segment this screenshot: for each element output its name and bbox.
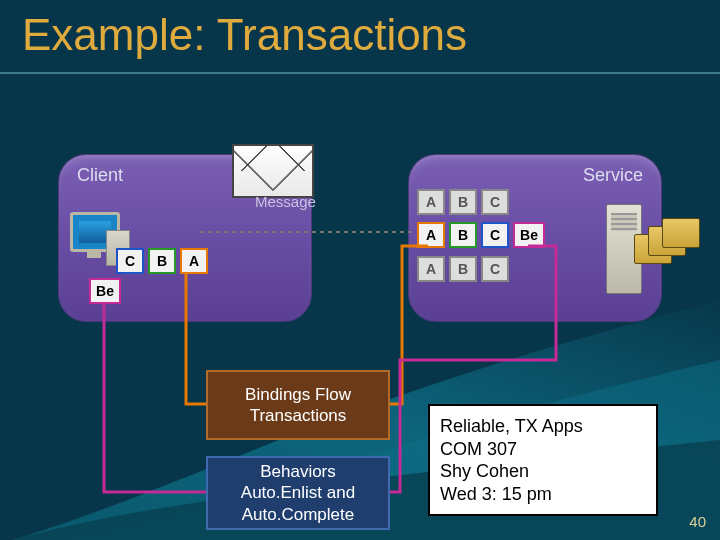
title-rule <box>0 72 720 74</box>
client-computer-icon <box>70 212 118 258</box>
behaviors-box: Behaviors Auto.Enlist and Auto.Complete <box>206 456 390 530</box>
service-label: Service <box>583 165 643 186</box>
message-label: Message <box>255 193 316 210</box>
slide: Example: Transactions Client Service Mes… <box>0 0 720 540</box>
behaviors-text: Behaviors Auto.Enlist and Auto.Complete <box>241 461 355 525</box>
service-row-3: A B C <box>417 256 509 282</box>
page-number: 40 <box>689 513 706 530</box>
reliable-text: Reliable, TX Apps COM 307 Shy Cohen Wed … <box>440 415 583 505</box>
cell-B: B <box>449 222 477 248</box>
client-label: Client <box>77 165 123 186</box>
cell-C-gray: C <box>481 256 509 282</box>
bindings-box: Bindings Flow Transactions <box>206 370 390 440</box>
cell-B-gray: B <box>449 256 477 282</box>
cell-A-gray: A <box>417 256 445 282</box>
service-be: Be <box>513 222 545 248</box>
cell-C-gray: C <box>481 189 509 215</box>
cell-C: C <box>481 222 509 248</box>
envelope-icon <box>232 144 314 198</box>
bindings-text: Bindings Flow Transactions <box>245 384 351 427</box>
cell-C: C <box>116 248 144 274</box>
cell-Be: Be <box>513 222 545 248</box>
service-row-1: A B C <box>417 189 509 215</box>
service-row-2: A B C <box>417 222 509 248</box>
cell-A-gray: A <box>417 189 445 215</box>
cell-B-gray: B <box>449 189 477 215</box>
client-be-row: Be <box>89 278 121 304</box>
slide-title: Example: Transactions <box>22 10 467 60</box>
cell-A: A <box>417 222 445 248</box>
cell-Be: Be <box>89 278 121 304</box>
client-cba-row: C B A <box>116 248 208 274</box>
folders-icon <box>634 218 698 276</box>
cell-B: B <box>148 248 176 274</box>
cell-A: A <box>180 248 208 274</box>
reliable-box: Reliable, TX Apps COM 307 Shy Cohen Wed … <box>428 404 658 516</box>
